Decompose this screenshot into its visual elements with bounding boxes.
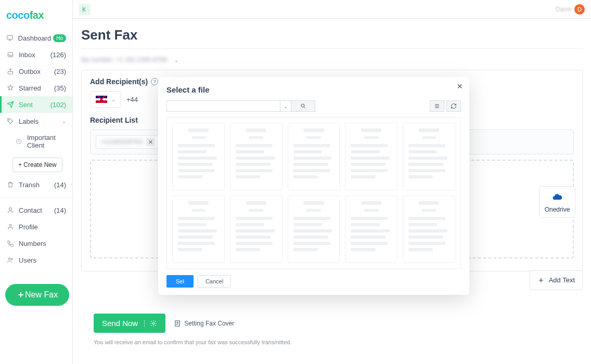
chevron-down-icon: ⌄ bbox=[62, 119, 66, 124]
setting-fax-cover-link[interactable]: Setting Fax Cover bbox=[174, 320, 234, 327]
file-card[interactable] bbox=[345, 123, 397, 190]
send-label: Send Now bbox=[102, 319, 138, 328]
clock-icon bbox=[15, 137, 23, 146]
phone-icon bbox=[6, 239, 15, 248]
logo-part1: coco bbox=[6, 9, 30, 21]
send-now-button[interactable]: Send Now bbox=[94, 314, 165, 333]
modal-close-button[interactable]: ✕ bbox=[457, 82, 463, 90]
nav-starred[interactable]: Starred (35) bbox=[0, 80, 72, 96]
nav-users[interactable]: Users bbox=[0, 252, 72, 268]
nav-sent[interactable]: Sent (102) bbox=[0, 96, 72, 113]
plus-icon bbox=[17, 291, 25, 299]
cancel-button[interactable]: Cancel bbox=[198, 275, 231, 288]
avatar: D bbox=[574, 4, 585, 15]
folder-select[interactable]: ⌄ bbox=[166, 100, 291, 112]
new-fax-label: New Fax bbox=[25, 290, 58, 300]
nav-inbox[interactable]: Inbox (126) bbox=[0, 46, 72, 63]
file-card[interactable] bbox=[230, 123, 282, 190]
fax-number-selector[interactable]: fax number: +1 182-2345-6789 ⌄ bbox=[81, 56, 583, 63]
nav-label: Important Client bbox=[27, 134, 66, 149]
chevron-down-icon: ⌄ bbox=[111, 97, 115, 102]
svg-rect-0 bbox=[7, 35, 13, 39]
file-card[interactable] bbox=[403, 196, 455, 263]
badge-ho: Ho bbox=[53, 34, 66, 42]
nav-label: Profile bbox=[19, 223, 66, 231]
onedrive-label: Onedrive bbox=[543, 206, 572, 213]
fax-number-text: fax number: +1 182-2345-6789 bbox=[81, 56, 167, 63]
document-icon bbox=[174, 320, 181, 327]
modal-toolbar: ⌄ bbox=[166, 100, 461, 112]
search-button[interactable] bbox=[291, 100, 315, 112]
nav-important-client[interactable]: Important Client bbox=[0, 129, 72, 153]
refresh-icon bbox=[451, 103, 457, 109]
nav-outbox[interactable]: Outbox (23) bbox=[0, 63, 72, 80]
onedrive-icon bbox=[550, 192, 564, 202]
nav-contact[interactable]: Contact (14) bbox=[0, 202, 72, 218]
svg-point-6 bbox=[9, 258, 11, 260]
modal-title: Select a file bbox=[166, 85, 461, 94]
nav: Dashboard Ho Inbox (126) Outbox (23) Sta… bbox=[0, 30, 72, 268]
search-icon bbox=[300, 103, 306, 109]
nav-label: Labels bbox=[19, 118, 62, 125]
remove-recipient-button[interactable]: ✕ bbox=[146, 138, 155, 146]
add-text-label: Add Text bbox=[549, 276, 575, 284]
nav-count: (23) bbox=[54, 68, 66, 75]
file-card[interactable] bbox=[230, 196, 282, 263]
file-card[interactable] bbox=[345, 196, 397, 263]
svg-point-7 bbox=[11, 258, 12, 260]
files-grid bbox=[172, 123, 455, 263]
tag-icon bbox=[6, 117, 15, 125]
new-fax-button[interactable]: New Fax bbox=[5, 284, 69, 306]
svg-rect-1 bbox=[8, 72, 12, 74]
svg-point-10 bbox=[301, 104, 304, 107]
svg-point-8 bbox=[152, 322, 155, 324]
file-card[interactable] bbox=[172, 196, 225, 263]
select-button[interactable]: Sel bbox=[166, 275, 194, 288]
trash-icon bbox=[6, 180, 15, 189]
nav-dashboard[interactable]: Dashboard Ho bbox=[0, 30, 72, 46]
nav-count: (35) bbox=[54, 84, 66, 92]
send-options-button[interactable] bbox=[144, 320, 157, 327]
country-code-select[interactable]: ⌄ bbox=[90, 91, 121, 108]
label-text: Add Recipient(s) bbox=[90, 77, 148, 86]
nav-numbers[interactable]: Numbers bbox=[0, 235, 72, 252]
list-view-button[interactable] bbox=[430, 100, 444, 112]
file-card[interactable] bbox=[288, 123, 340, 190]
plus-icon bbox=[537, 277, 545, 284]
modal-actions: Sel Cancel bbox=[166, 275, 461, 288]
help-icon[interactable]: ? bbox=[151, 78, 158, 85]
nav-label: Contact bbox=[19, 206, 53, 214]
nav-label: Dashboard bbox=[18, 34, 52, 42]
divider bbox=[0, 197, 72, 198]
nav-count: (14) bbox=[54, 206, 66, 214]
refresh-button[interactable] bbox=[446, 100, 461, 112]
send-icon bbox=[6, 100, 15, 109]
file-card[interactable] bbox=[403, 123, 455, 190]
divider bbox=[81, 48, 583, 49]
collapse-sidebar-button[interactable] bbox=[79, 4, 91, 15]
file-card[interactable] bbox=[288, 196, 340, 263]
nav-profile[interactable]: Profile bbox=[0, 218, 72, 235]
create-new-button[interactable]: + Create New bbox=[12, 158, 62, 172]
nav-trash[interactable]: Transh (14) bbox=[0, 176, 72, 193]
nav-count: (102) bbox=[50, 101, 66, 109]
logo-part2: fax bbox=[30, 9, 44, 21]
nav-label: Users bbox=[19, 256, 66, 264]
nav-label: Numbers bbox=[19, 240, 66, 248]
monitor-icon bbox=[6, 34, 14, 42]
file-card[interactable] bbox=[172, 123, 225, 190]
nav-label: Inbox bbox=[19, 51, 49, 59]
onedrive-tile[interactable]: Onedrive bbox=[539, 186, 575, 218]
svg-point-5 bbox=[9, 224, 11, 226]
user-name: Dave bbox=[556, 5, 571, 13]
outbox-icon bbox=[6, 67, 15, 75]
nav-labels[interactable]: Labels ⌄ bbox=[0, 113, 72, 129]
nav-label: Sent bbox=[19, 101, 49, 109]
chevron-down-icon: ⌄ bbox=[280, 101, 288, 111]
nav-count: (14) bbox=[54, 181, 66, 189]
add-text-button[interactable]: Add Text bbox=[530, 270, 583, 290]
flag-uk-icon bbox=[96, 96, 107, 103]
files-frame bbox=[166, 117, 461, 269]
user-menu[interactable]: Dave D bbox=[556, 4, 585, 15]
nav-label: Transh bbox=[19, 181, 53, 189]
